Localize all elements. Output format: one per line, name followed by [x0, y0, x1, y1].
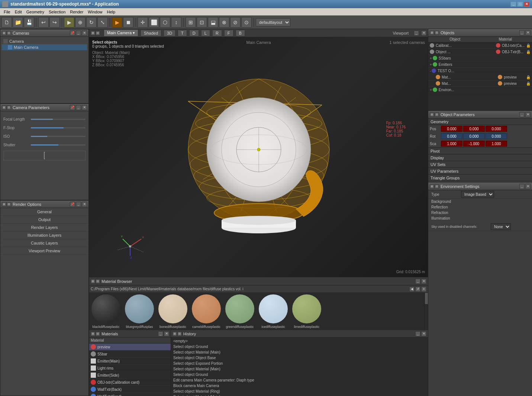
camera-group[interactable]: Camera — [2, 38, 87, 44]
move-button[interactable]: ⊕ — [75, 17, 86, 28]
history-minimize[interactable]: _ — [415, 331, 420, 336]
history-item-4[interactable]: Select object Exposed Portion — [172, 361, 427, 366]
env-illumination[interactable]: Illumination — [428, 215, 532, 221]
cam-params-buttons[interactable]: ⊞ ⊟ — [2, 105, 11, 110]
trigroups-section-header[interactable]: Triangle Groups — [428, 175, 532, 181]
history-btn1[interactable]: ⊞ — [173, 332, 177, 336]
mat-browser-btns[interactable]: ⊞ ⊟ — [91, 279, 100, 284]
pos-z[interactable]: 0.000 — [486, 126, 507, 132]
cameras-minimize[interactable]: _ — [76, 31, 81, 36]
menu-edit[interactable]: Edit — [13, 9, 24, 15]
objects-minimize[interactable]: _ — [519, 30, 525, 35]
objects-close[interactable]: ✕ — [525, 30, 531, 35]
tool4[interactable]: ↕ — [171, 17, 181, 28]
history-item-2[interactable]: Select object Material (Main) — [172, 349, 427, 355]
objects-row-2[interactable]: + SSbars — [428, 55, 532, 61]
rot-x[interactable]: 0.000 — [441, 133, 462, 139]
history-btns[interactable]: ⊞ ⊟ — [173, 332, 182, 336]
mat-panel-btn2[interactable]: ⊟ — [96, 332, 100, 336]
menu-window[interactable]: Window — [86, 9, 104, 15]
rot-z[interactable]: 0.000 — [486, 133, 507, 139]
render-output[interactable]: Output — [0, 216, 88, 224]
cameras-header-buttons[interactable]: ⊞ ⊟ — [2, 31, 11, 35]
objects-btn1[interactable]: ⊞ — [430, 31, 434, 35]
objects-row-5[interactable]: Mat... preview 🔒 — [428, 74, 532, 80]
env-refraction[interactable]: Refraction — [428, 210, 532, 215]
objects-btns[interactable]: ⊞ ⊟ — [430, 31, 439, 35]
render-general[interactable]: General — [0, 208, 88, 216]
env-sky-dropdown[interactable]: None — [491, 223, 511, 230]
pos-x[interactable]: 0.000 — [441, 126, 462, 132]
mat-item-1[interactable]: S5bar — [89, 351, 171, 358]
vp-tab-l[interactable]: L — [201, 30, 210, 36]
render-btn2[interactable]: ⊟ — [7, 202, 11, 207]
cam-params-btn2[interactable]: ⊟ — [7, 105, 11, 110]
render-options-buttons[interactable]: ⊞ ⊟ — [2, 202, 11, 207]
select-button[interactable]: ▶ — [64, 17, 74, 28]
history-item-10[interactable]: Select object Material (Main) — [172, 394, 427, 396]
vp-tab-d[interactable]: D — [189, 30, 199, 36]
tool3[interactable]: ⬡ — [160, 17, 170, 28]
objects-row-7[interactable]: + Environ... — [428, 87, 532, 93]
cameras-btn1[interactable]: ⊞ — [2, 31, 6, 35]
vp-tab-3d[interactable]: 3D — [164, 30, 175, 36]
mat-panel-btn1[interactable]: ⊞ — [91, 332, 95, 336]
objects-row-3[interactable]: + Emitters — [428, 61, 532, 68]
mat-item-3[interactable]: Light rims — [89, 365, 171, 372]
render-button[interactable]: ▶ — [112, 17, 122, 28]
mat-browser-scrollbar[interactable] — [424, 293, 428, 330]
history-item-0[interactable]: <empty> — [172, 338, 427, 344]
env-reflection[interactable]: Reflection — [428, 204, 532, 210]
sca-x[interactable]: 1.000 — [441, 141, 462, 147]
snap1[interactable]: ⊞ — [186, 17, 196, 28]
mat-thumb-0[interactable]: blackdiffuseplastic — [89, 293, 123, 330]
render-illumination-layers[interactable]: Illumination Layers — [0, 231, 88, 239]
mat-item-6[interactable]: WallTxtr(Back) — [89, 386, 171, 393]
menu-geometry[interactable]: Geometry — [24, 9, 46, 15]
menu-file[interactable]: File — [1, 9, 13, 15]
history-item-7[interactable]: Edit camera Main Camera parameter: Diaph… — [172, 377, 427, 383]
uvsets-section-header[interactable]: UV Sets — [428, 161, 532, 168]
render-options-icons[interactable]: 📌 _ ✕ — [70, 202, 87, 207]
pos-y[interactable]: 0.000 — [463, 126, 485, 132]
mat-item-0[interactable]: preview — [89, 344, 171, 351]
snap5[interactable]: ⊘ — [230, 17, 241, 28]
history-item-9[interactable]: Select object Material (Ring) — [172, 389, 427, 394]
mat-options-btn[interactable]: ≡ — [421, 287, 426, 292]
save-button[interactable]: 💾 — [24, 17, 34, 28]
obj-params-close[interactable]: ✕ — [525, 112, 531, 117]
vp-close[interactable]: ✕ — [421, 31, 426, 36]
render-close[interactable]: ✕ — [82, 202, 87, 207]
render-layers[interactable]: Render Layers — [0, 224, 88, 231]
viewport-canvas[interactable]: Select objects 0 groups, 1 objects and 0… — [89, 37, 428, 277]
history-item-3[interactable]: Select object Object Base — [172, 355, 427, 361]
snap6[interactable]: ⊙ — [241, 17, 252, 28]
objects-btn2[interactable]: ⊟ — [435, 31, 439, 35]
mat-path-bar[interactable]: C:/Program Files (x86)/Next Limit/Maxwel… — [89, 285, 428, 293]
history-header-icons[interactable]: _ ✕ — [415, 331, 426, 336]
display-section-header[interactable]: Display — [428, 154, 532, 161]
vp-tab-main-camera[interactable]: Main Camera ▾ — [104, 29, 138, 36]
vp-tab-f[interactable]: F — [224, 30, 233, 36]
mat-thumb-2[interactable]: bonediffuseplastic — [156, 293, 190, 330]
objects-row-1[interactable]: Object ... OBJ-Txtr(B... 🔒 — [428, 49, 532, 55]
mat-item-5[interactable]: OBJ-txtr(Calibration card) — [89, 379, 171, 386]
obj-params-btns[interactable]: ⊞ ⊟ — [430, 112, 439, 117]
mat-back-btn[interactable]: ◀ — [409, 287, 415, 292]
mat-browser-close[interactable]: ✕ — [421, 279, 426, 284]
vp-tab-t[interactable]: T — [178, 30, 187, 36]
history-item-5[interactable]: Select object Material (Main) — [172, 366, 427, 372]
mat-browser-minimize[interactable]: _ — [415, 279, 420, 284]
open-button[interactable]: 📁 — [13, 17, 23, 28]
snap3[interactable]: ⬓ — [208, 17, 218, 28]
render-caustic-layers[interactable]: Caustic Layers — [0, 239, 88, 247]
cam-params-close[interactable]: ✕ — [82, 105, 87, 110]
history-item-1[interactable]: Select object Ground — [172, 344, 427, 349]
stop-button[interactable]: ⏹ — [123, 17, 133, 28]
history-btn2[interactable]: ⊟ — [177, 332, 182, 336]
mat-panel-minimize[interactable]: _ — [158, 331, 163, 336]
mat-thumb-4[interactable]: greendiffuseplastic — [223, 293, 257, 330]
cameras-pin[interactable]: 📌 — [70, 31, 75, 36]
env-minimize[interactable]: _ — [519, 184, 525, 189]
env-btn1[interactable]: ⊞ — [430, 184, 434, 189]
